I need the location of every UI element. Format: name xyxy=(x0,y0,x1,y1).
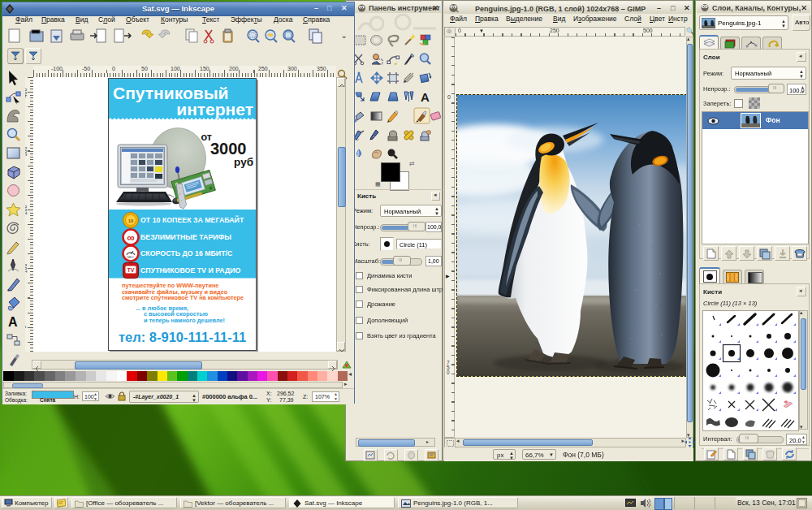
svg-text:БЕЗЛИМИТНЫЕ ТАРИФЫ: БЕЗЛИМИТНЫЕ ТАРИФЫ xyxy=(140,233,231,241)
svg-text:СКОРОСТЬ ДО 16 МБИТ/С: СКОРОСТЬ ДО 16 МБИТ/С xyxy=(140,249,233,257)
svg-text:A: A xyxy=(8,315,18,329)
svg-text:и теперь намного дешевле!: и теперь намного дешевле! xyxy=(144,317,225,324)
svg-text:3000: 3000 xyxy=(210,140,247,158)
svg-text:интернет: интернет xyxy=(176,100,253,119)
svg-text:TV: TV xyxy=(127,267,135,273)
svg-text:смотрите спутниковое TV на ком: смотрите спутниковое TV на компьютере xyxy=(122,294,244,301)
svg-text:A: A xyxy=(421,90,430,104)
svg-text:ОТ 10 КОПЕЕК ЗА МЕГАБАЙТ: ОТ 10 КОПЕЕК ЗА МЕГАБАЙТ xyxy=(140,215,244,224)
svg-text:руб: руб xyxy=(234,156,253,168)
svg-text:СПУТНИКОВОЕ TV И РАДИО: СПУТНИКОВОЕ TV И РАДИО xyxy=(140,266,241,274)
svg-text:МБ/С: МБ/С xyxy=(127,256,135,259)
svg-text:∞: ∞ xyxy=(127,231,134,244)
svg-text:тел: 8-910-111-11-11: тел: 8-910-111-11-11 xyxy=(119,330,246,344)
svg-text:10: 10 xyxy=(128,218,134,223)
